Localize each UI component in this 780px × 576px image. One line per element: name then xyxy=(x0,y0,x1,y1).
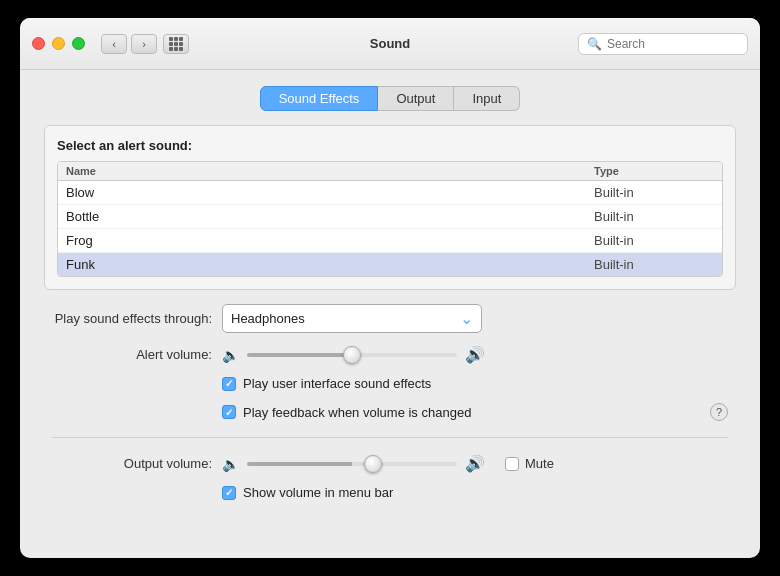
maximize-button[interactable] xyxy=(72,37,85,50)
back-button[interactable]: ‹ xyxy=(101,34,127,54)
feedback-checkbox[interactable]: ✓ xyxy=(222,405,236,419)
search-input[interactable] xyxy=(607,37,737,51)
alert-volume-thumb[interactable] xyxy=(343,346,361,364)
row-type: Built-in xyxy=(594,209,714,224)
alert-volume-slider-row: 🔈 🔊 xyxy=(222,345,485,364)
window-title: Sound xyxy=(370,36,410,51)
search-box[interactable]: 🔍 xyxy=(578,33,748,55)
output-volume-high-icon: 🔊 xyxy=(465,454,485,473)
main-window: ‹ › Sound 🔍 Sound Effects Output Input xyxy=(20,18,760,558)
output-volume-thumb[interactable] xyxy=(364,455,382,473)
alert-volume-track[interactable] xyxy=(247,353,457,357)
dropdown-value: Headphones xyxy=(231,311,305,326)
search-icon: 🔍 xyxy=(587,37,602,51)
feedback-label: Play feedback when volume is changed xyxy=(243,405,471,420)
tab-input[interactable]: Input xyxy=(454,86,520,111)
col-type-header: Type xyxy=(594,165,714,177)
ui-effects-label: Play user interface sound effects xyxy=(243,376,431,391)
row-type: Built-in xyxy=(594,185,714,200)
mute-label: Mute xyxy=(525,456,554,471)
mute-row: Mute xyxy=(505,456,554,471)
ui-effects-row: ✓ Play user interface sound effects xyxy=(222,376,728,391)
nav-buttons: ‹ › xyxy=(101,34,157,54)
tab-bar: Sound Effects Output Input xyxy=(44,86,736,111)
forward-button[interactable]: › xyxy=(131,34,157,54)
table-body: Blow Built-in Bottle Built-in Frog Built… xyxy=(58,181,722,276)
feedback-row: ✓ Play feedback when volume is changed ? xyxy=(222,403,728,421)
row-type: Built-in xyxy=(594,233,714,248)
table-row[interactable]: Bottle Built-in xyxy=(58,205,722,229)
ui-effects-checkbox[interactable]: ✓ xyxy=(222,377,236,391)
table-row[interactable]: Frog Built-in xyxy=(58,229,722,253)
play-through-dropdown[interactable]: Headphones ⌄ xyxy=(222,304,482,333)
alert-volume-label: Alert volume: xyxy=(52,347,212,362)
show-volume-checkbox[interactable]: ✓ xyxy=(222,486,236,500)
row-name: Bottle xyxy=(66,209,594,224)
row-type: Built-in xyxy=(594,257,714,272)
grid-icon xyxy=(169,37,183,51)
output-volume-track[interactable] xyxy=(247,462,457,466)
volume-low-icon: 🔈 xyxy=(222,347,239,363)
output-volume-label: Output volume: xyxy=(52,456,212,471)
titlebar: ‹ › Sound 🔍 xyxy=(20,18,760,70)
alert-volume-row: Alert volume: 🔈 🔊 xyxy=(52,345,728,364)
table-header: Name Type xyxy=(58,162,722,181)
volume-high-icon: 🔊 xyxy=(465,345,485,364)
mute-checkbox[interactable] xyxy=(505,457,519,471)
output-volume-slider-row: 🔈 🔊 xyxy=(222,454,485,473)
traffic-lights xyxy=(32,37,85,50)
output-volume-low-icon: 🔈 xyxy=(222,456,239,472)
sound-table: Name Type Blow Built-in Bottle Built-in … xyxy=(57,161,723,277)
controls-area: Play sound effects through: Headphones ⌄… xyxy=(44,304,736,500)
table-row-selected[interactable]: Funk Built-in xyxy=(58,253,722,276)
play-through-label: Play sound effects through: xyxy=(52,311,212,326)
col-name-header: Name xyxy=(66,165,594,177)
grid-view-button[interactable] xyxy=(163,34,189,54)
show-volume-label: Show volume in menu bar xyxy=(243,485,393,500)
minimize-button[interactable] xyxy=(52,37,65,50)
row-name: Funk xyxy=(66,257,594,272)
divider xyxy=(52,437,728,438)
help-button[interactable]: ? xyxy=(710,403,728,421)
row-name: Blow xyxy=(66,185,594,200)
play-through-row: Play sound effects through: Headphones ⌄ xyxy=(52,304,728,333)
alert-sound-section: Select an alert sound: Name Type Blow Bu… xyxy=(44,125,736,290)
tab-output[interactable]: Output xyxy=(378,86,454,111)
dropdown-arrow-icon: ⌄ xyxy=(460,309,473,328)
alert-section-label: Select an alert sound: xyxy=(57,138,723,153)
tab-sound-effects[interactable]: Sound Effects xyxy=(260,86,379,111)
row-name: Frog xyxy=(66,233,594,248)
show-volume-row: ✓ Show volume in menu bar xyxy=(222,485,728,500)
table-row[interactable]: Blow Built-in xyxy=(58,181,722,205)
content-area: Sound Effects Output Input Select an ale… xyxy=(20,70,760,558)
close-button[interactable] xyxy=(32,37,45,50)
output-volume-row: Output volume: 🔈 🔊 Mute xyxy=(52,454,728,473)
